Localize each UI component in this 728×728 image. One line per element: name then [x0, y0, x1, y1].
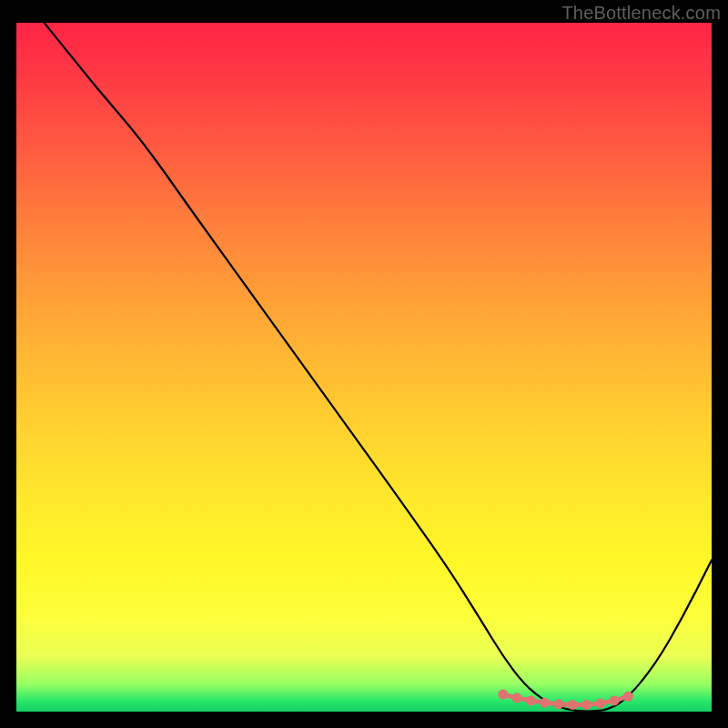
marker-dot [623, 692, 633, 702]
watermark-text: TheBottleneck.com [561, 3, 721, 24]
bottleneck-curve-path [45, 23, 712, 712]
chart-frame: TheBottleneck.com [0, 0, 728, 728]
curve-svg [16, 23, 712, 712]
plot-area [16, 23, 712, 712]
